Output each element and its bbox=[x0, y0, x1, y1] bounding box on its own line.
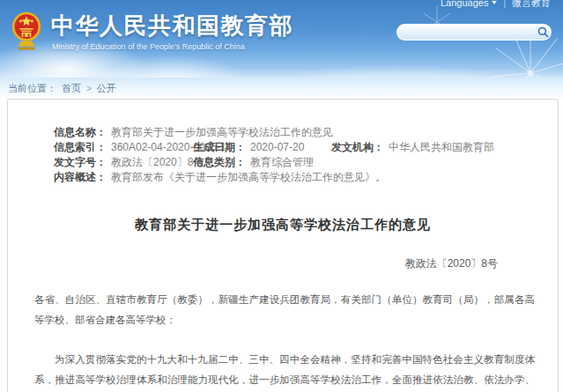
info-row-summary: 内容概述：教育部发布《关于进一步加强高等学校法治工作的意见》。 bbox=[54, 170, 558, 185]
info-agency-value: 中华人民共和国教育部 bbox=[389, 141, 494, 153]
article-body: 各省、自治区、直辖市教育厅（教委），新疆生产建设兵团教育局，有关部门（单位）教育… bbox=[8, 290, 558, 392]
info-date-label: 生成日期： bbox=[193, 141, 246, 153]
search-input[interactable] bbox=[397, 26, 535, 39]
breadcrumb-current-link[interactable]: 公开 bbox=[97, 78, 116, 99]
article-paragraph: 为深入贯彻落实党的十九大和十九届二中、三中、四中全会精神，坚持和完善中国特色社会… bbox=[34, 350, 535, 392]
site-title: 中华人民共和国教育部 bbox=[51, 11, 293, 41]
top-links-separator: | bbox=[503, 0, 506, 8]
info-name-label: 信息名称： bbox=[54, 126, 107, 138]
info-index-label: 信息索引： bbox=[54, 141, 107, 153]
national-emblem-icon bbox=[11, 10, 41, 54]
info-category-label: 信息类别： bbox=[193, 156, 246, 168]
info-agency-label: 发文机构： bbox=[331, 141, 384, 153]
page: 中华人民共和国教育部 Ministry of Education of the … bbox=[0, 0, 563, 392]
info-row-docnum: 发文字号：教政法〔2020〕8号信息类别：教育综合管理 bbox=[54, 155, 558, 170]
languages-menu[interactable]: Languages bbox=[441, 0, 497, 8]
info-docnum-label: 发文字号： bbox=[54, 156, 107, 168]
info-summary-value: 教育部发布《关于进一步加强高等学校法治工作的意见》。 bbox=[111, 171, 386, 183]
article-paragraph: 各省、自治区、直辖市教育厅（教委），新疆生产建设兵团教育局，有关部门（单位）教育… bbox=[34, 290, 535, 329]
info-name-value: 教育部关于进一步加强高等学校法治工作的意见 bbox=[111, 126, 333, 138]
info-date-value: 2020-07-20 bbox=[250, 141, 304, 153]
header-utility-links: Languages | 微言教育 bbox=[441, 0, 551, 9]
info-summary-label: 内容概述： bbox=[54, 171, 107, 183]
site-logo[interactable]: 中华人民共和国教育部 Ministry of Education of the … bbox=[11, 9, 311, 67]
info-category-value: 教育综合管理 bbox=[250, 156, 314, 168]
info-row-index: 信息索引：360A02-04-2020-0005-1生成日期：2020-07-2… bbox=[54, 140, 558, 155]
search-button[interactable] bbox=[535, 25, 551, 40]
media-label: 微言教育 bbox=[512, 0, 551, 10]
site-subtitle: Ministry of Education of the People's Re… bbox=[52, 42, 245, 51]
document-info-table: 信息名称：教育部关于进一步加强高等学校法治工作的意见 信息索引：360A02-0… bbox=[54, 125, 558, 185]
article-title: 教育部关于进一步加强高等学校法治工作的意见 bbox=[8, 217, 558, 233]
breadcrumb: 当前位置： 首页 > 公开 bbox=[0, 78, 563, 99]
article-doc-number: 教政法〔2020〕8号 bbox=[8, 256, 558, 271]
media-link[interactable]: 微言教育 bbox=[512, 0, 551, 10]
document-panel: 信息名称：教育部关于进一步加强高等学校法治工作的意见 信息索引：360A02-0… bbox=[7, 99, 559, 392]
breadcrumb-separator: > bbox=[86, 78, 92, 99]
breadcrumb-prefix: 当前位置： bbox=[8, 78, 56, 99]
info-docnum-value: 教政法〔2020〕8号 bbox=[111, 156, 204, 168]
site-header: 中华人民共和国教育部 Ministry of Education of the … bbox=[0, 0, 563, 78]
search-box bbox=[396, 24, 552, 41]
languages-label: Languages bbox=[441, 0, 488, 8]
search-icon bbox=[537, 26, 549, 38]
chevron-down-icon bbox=[492, 1, 497, 4]
breadcrumb-home-link[interactable]: 首页 bbox=[62, 78, 81, 99]
info-row-name: 信息名称：教育部关于进一步加强高等学校法治工作的意见 bbox=[54, 125, 558, 140]
